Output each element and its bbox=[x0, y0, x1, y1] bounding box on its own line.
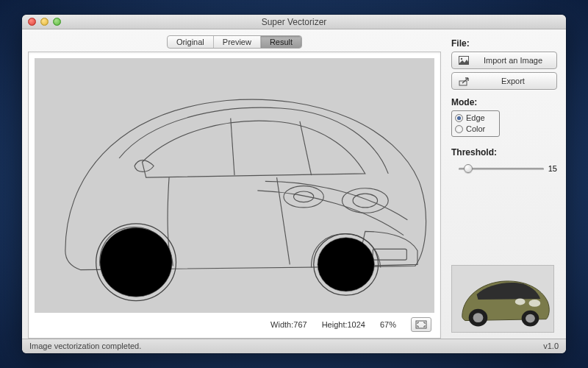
traffic-lights bbox=[22, 18, 61, 26]
export-button[interactable]: Export bbox=[451, 72, 557, 90]
titlebar: Super Vectorizer bbox=[22, 15, 566, 29]
result-canvas[interactable] bbox=[35, 58, 434, 312]
radio-edge[interactable] bbox=[455, 114, 463, 122]
threshold-section-label: Threshold: bbox=[451, 147, 557, 158]
import-button-label: Import an Image bbox=[476, 56, 551, 65]
file-section-label: File: bbox=[451, 38, 557, 49]
slider-knob[interactable] bbox=[464, 164, 473, 173]
mode-edge-option[interactable]: Edge bbox=[455, 113, 496, 124]
status-bar: Image vectorization completed. v1.0 bbox=[22, 339, 566, 353]
canvas-frame: Width:767 Height:1024 67% bbox=[28, 52, 441, 338]
export-icon bbox=[458, 75, 470, 87]
main-panel: Original Preview Result bbox=[22, 29, 447, 338]
import-icon bbox=[458, 54, 470, 66]
zoom-button[interactable] bbox=[53, 18, 61, 26]
image-height-label: Height:1024 bbox=[322, 320, 365, 329]
fit-to-window-button[interactable] bbox=[411, 317, 431, 332]
mode-radio-group: Edge Color bbox=[451, 110, 500, 137]
svg-rect-0 bbox=[35, 58, 434, 312]
window-title: Super Vectorizer bbox=[22, 17, 566, 27]
minimize-button[interactable] bbox=[40, 18, 49, 26]
zoom-label: 67% bbox=[380, 320, 396, 329]
sidebar: File: Import an Image Export Mode: Edge bbox=[447, 29, 566, 338]
view-tabs: Original Preview Result bbox=[167, 35, 302, 49]
import-image-button[interactable]: Import an Image bbox=[451, 52, 557, 69]
canvas-info-bar: Width:767 Height:1024 67% bbox=[35, 313, 434, 332]
svg-point-38 bbox=[473, 313, 484, 322]
tab-bar: Original Preview Result bbox=[28, 35, 441, 52]
image-width-label: Width:767 bbox=[270, 320, 307, 329]
threshold-control: 15 bbox=[451, 160, 557, 174]
export-button-label: Export bbox=[476, 77, 551, 85]
svg-point-42 bbox=[515, 298, 526, 305]
mode-section-label: Mode: bbox=[451, 97, 557, 107]
tab-original[interactable]: Original bbox=[168, 36, 214, 48]
svg-point-31 bbox=[318, 238, 374, 291]
svg-point-34 bbox=[461, 58, 462, 60]
status-message: Image vectorization completed. bbox=[29, 342, 141, 350]
vectorized-image bbox=[35, 58, 434, 312]
tab-preview[interactable]: Preview bbox=[214, 36, 261, 48]
mode-color-label: Color bbox=[466, 124, 485, 135]
mode-color-option[interactable]: Color bbox=[455, 124, 496, 135]
app-window: Super Vectorizer Original Preview Result bbox=[22, 15, 566, 353]
threshold-value: 15 bbox=[548, 164, 557, 173]
tab-result[interactable]: Result bbox=[261, 36, 301, 48]
svg-point-30 bbox=[100, 228, 172, 297]
source-thumbnail[interactable] bbox=[451, 265, 554, 333]
radio-color[interactable] bbox=[455, 125, 463, 133]
mode-edge-label: Edge bbox=[466, 113, 485, 124]
thumbnail-image bbox=[452, 265, 553, 333]
version-label: v1.0 bbox=[543, 342, 559, 350]
svg-point-40 bbox=[526, 314, 535, 322]
svg-point-41 bbox=[528, 300, 540, 307]
fit-icon bbox=[415, 320, 427, 329]
close-button[interactable] bbox=[28, 18, 36, 26]
content-area: Original Preview Result bbox=[22, 29, 566, 338]
threshold-slider[interactable] bbox=[459, 163, 544, 174]
